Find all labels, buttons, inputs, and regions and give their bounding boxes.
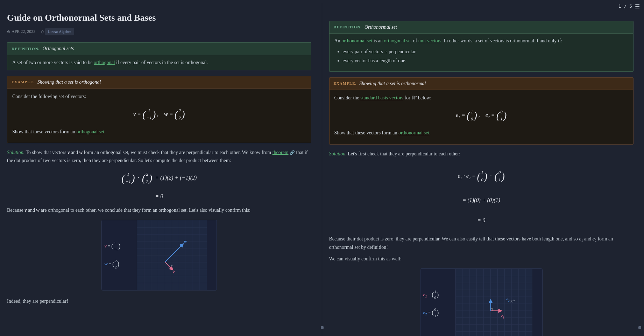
definition-body: A set of two or more vectors is said to … xyxy=(7,55,311,70)
right-solution-block: Solution. Let's first check that they ar… xyxy=(329,150,634,263)
left-svg-graph: w v 90° xyxy=(137,220,207,290)
svg-text:90°: 90° xyxy=(168,264,172,268)
example-orthonormal-label: EXAMPLE. xyxy=(334,80,357,87)
solution-block: Solution. To show that vectors v and w f… xyxy=(7,149,311,214)
conclusion-text: Because v and w are orthogonal to each o… xyxy=(7,206,311,214)
menu-button[interactable]: ☰ xyxy=(635,2,640,11)
left-graph-wrap: v = ( 1−1 ) w = ( 22 xyxy=(7,220,311,290)
orthogonal-set-link[interactable]: orthogonal set xyxy=(77,129,105,134)
definition-orthonormal-label: DEFINITION. xyxy=(334,24,362,30)
clock-icon: ⊙ xyxy=(7,29,10,35)
example-orthonormal-title: Showing that a set is orthonormal xyxy=(359,80,426,88)
bullet-1: every pair of vectors is perpendicular. xyxy=(343,48,629,56)
example-orthonormal: EXAMPLE. Showing that a set is orthonorm… xyxy=(329,77,634,145)
indeed-text: Indeed, they are perpendicular! xyxy=(7,298,311,305)
e-vectors-display: e1 = ( 10 ) , e2 = ( 01 ) xyxy=(334,107,629,124)
orthogonal-link[interactable]: orthogonal xyxy=(94,60,115,65)
example-intro: Consider the following set of vectors: xyxy=(12,93,306,100)
meta-row: ⊙ APR 22, 2023 ◇ Linear Algebra xyxy=(7,28,311,36)
content-wrapper: Guide on Orthonormal Sets and Bases ⊙ AP… xyxy=(0,0,644,336)
e2-label-display: e2 = ( 01 ) xyxy=(423,307,453,319)
tag-label: Linear Algebra xyxy=(45,28,74,36)
example-body: Consider the following set of vectors: v… xyxy=(7,89,311,143)
computation-display: ( 1−1 ) · ( 22 ) = (1)(2) + (−1)(2) xyxy=(7,170,311,186)
tag-icon: ◇ xyxy=(41,29,44,35)
scroll-indicator-right xyxy=(638,326,641,329)
e1-label-display: e1 = ( 10 ) xyxy=(423,289,453,301)
example-orthonormal-body: Consider the standard basis vectors for … xyxy=(330,90,634,144)
dot-product-computation: e1 · e2 = ( 10 ) · ( 01 ) = (1)(0) + (0)… xyxy=(329,163,634,230)
graph-labels: v = ( 1−1 ) w = ( 22 xyxy=(102,220,137,290)
right-column: DEFINITION. Orthonormal set An orthonorm… xyxy=(322,4,644,336)
definition-header: DEFINITION. Orthogonal sets xyxy=(7,43,311,55)
definition-orthonormal-title: Orthonormal set xyxy=(365,23,397,31)
right-svg-graph: e2 90° e1 xyxy=(455,269,532,336)
w-label-display: w = ( 22 ) xyxy=(105,258,134,270)
left-column: Guide on Orthonormal Sets and Bases ⊙ AP… xyxy=(0,4,322,336)
orthogonal-set-link2[interactable]: orthogonal set xyxy=(384,38,412,43)
example-orthonormal-header: EXAMPLE. Showing that a set is orthonorm… xyxy=(330,78,634,90)
svg-text:v: v xyxy=(172,270,175,274)
vector-w: ( 2 2 ) xyxy=(175,106,185,122)
svg-line-18 xyxy=(165,245,182,262)
std-basis-link[interactable]: standard basis vectors xyxy=(360,95,403,100)
orthonormal-set-link2[interactable]: orthonormal set xyxy=(398,130,429,135)
example-orthogonal: EXAMPLE. Showing that a set is orthogona… xyxy=(7,76,311,143)
right-graph-labels: e1 = ( 10 ) e2 = ( 01 xyxy=(420,269,455,336)
vectors-display: v = ( 1 −1 ) , w = ( 2 xyxy=(12,106,306,122)
definition-orthogonal-sets: DEFINITION. Orthogonal sets A set of two… xyxy=(7,42,311,70)
orthonormal-bullets: every pair of vectors is perpendicular. … xyxy=(334,48,629,65)
svg-text:e1: e1 xyxy=(501,314,504,319)
example-title: Showing that a set is orthogonal xyxy=(37,78,101,86)
solution-word: Solution. xyxy=(7,150,24,155)
tag-item: ◇ Linear Algebra xyxy=(41,28,74,36)
definition-title: Orthogonal sets xyxy=(42,45,74,52)
definition-orthonormal-body: An orthonormal set is an orthogonal set … xyxy=(330,34,634,71)
page-indicator: 1 / 5 xyxy=(618,3,632,10)
right-graph-wrap: e1 = ( 10 ) e2 = ( 01 xyxy=(329,268,634,336)
v-label-display: v = ( 1−1 ) xyxy=(105,240,134,252)
scroll-indicator-bottom xyxy=(321,326,324,329)
left-graph: v = ( 1−1 ) w = ( 22 xyxy=(101,220,217,290)
bullet-2: every vector has a length of one. xyxy=(343,57,629,65)
date-item: ⊙ APR 22, 2023 xyxy=(7,28,35,35)
theorem-link[interactable]: theorem xyxy=(273,150,289,155)
date-text: APR 22, 2023 xyxy=(12,28,35,35)
definition-orthonormal: DEFINITION. Orthonormal set An orthonorm… xyxy=(329,21,634,72)
svg-text:w: w xyxy=(184,239,187,244)
show-text: Show that these vectors form an orthogon… xyxy=(12,128,306,136)
example-header: EXAMPLE. Showing that a set is orthogona… xyxy=(7,76,311,89)
definition-label: DEFINITION. xyxy=(12,46,40,52)
right-graph: e1 = ( 10 ) e2 = ( 01 xyxy=(420,268,543,336)
top-bar: 1 / 5 ☰ xyxy=(614,0,644,13)
vector-v: ( 1 −1 ) xyxy=(142,106,156,122)
computation-result: = 0 xyxy=(7,192,311,201)
svg-text:e2: e2 xyxy=(506,297,510,302)
orthonormal-link[interactable]: orthonormal set xyxy=(341,38,372,43)
example-label: EXAMPLE. xyxy=(12,79,35,85)
page-title: Guide on Orthonormal Sets and Bases xyxy=(7,10,311,25)
definition-orthonormal-header: DEFINITION. Orthonormal set xyxy=(330,21,634,34)
svg-text:90°: 90° xyxy=(510,299,515,303)
solution-word-right: Solution. xyxy=(329,151,347,156)
unit-vectors-link[interactable]: unit vectors xyxy=(418,38,441,43)
